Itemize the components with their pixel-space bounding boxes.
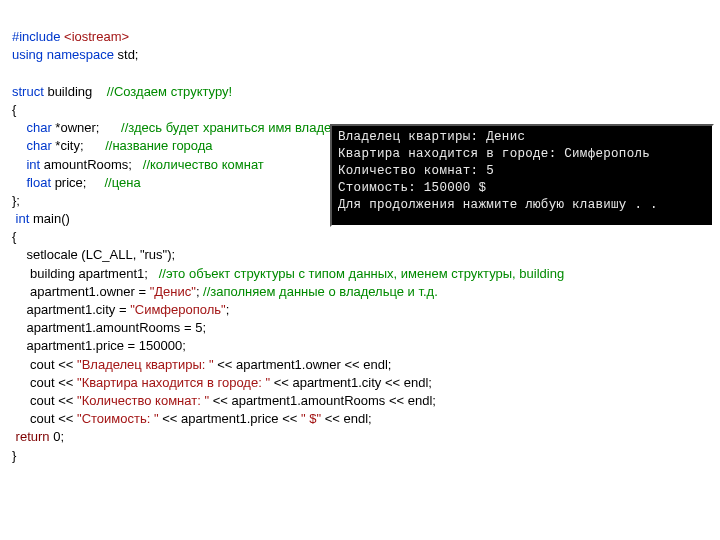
string-literal: "Симферополь" (130, 302, 226, 317)
comment: //заполняем данные о владельце и т.д. (203, 284, 438, 299)
comment: //количество комнат (143, 157, 264, 172)
comment: //Создаем структуру! (107, 84, 233, 99)
include-header: <iostream> (64, 29, 129, 44)
console-line: Количество комнат: 5 (338, 163, 706, 180)
string-literal: "Денис" (150, 284, 196, 299)
comment: //это объект структуры с типом данных, и… (159, 266, 520, 281)
comment: //здесь будет храниться имя владельца (121, 120, 360, 135)
using-namespace: using namespace (12, 47, 114, 62)
console-line: Стоимость: 150000 $ (338, 180, 706, 197)
return-keyword: return (12, 429, 53, 444)
struct-keyword: struct (12, 84, 44, 99)
include-directive: #include (12, 29, 64, 44)
string-literal: "Количество комнат: " (77, 393, 213, 408)
console-line: Владелец квартиры: Денис (338, 129, 706, 146)
console-line: Квартира находится в городе: Симферополь (338, 146, 706, 163)
comment: //цена (105, 175, 141, 190)
string-literal: "Стоимость: " (77, 411, 162, 426)
string-literal: "Владелец квартиры: " (77, 357, 217, 372)
console-output: Владелец квартиры: Денис Квартира находи… (330, 124, 714, 227)
source-code: #include <iostream> using namespace std;… (12, 10, 708, 465)
comment: //название города (105, 138, 212, 153)
string-literal: "Квартира находится в городе: " (77, 375, 274, 390)
console-line: Для продолжения нажмите любую клавишу . … (338, 197, 706, 214)
